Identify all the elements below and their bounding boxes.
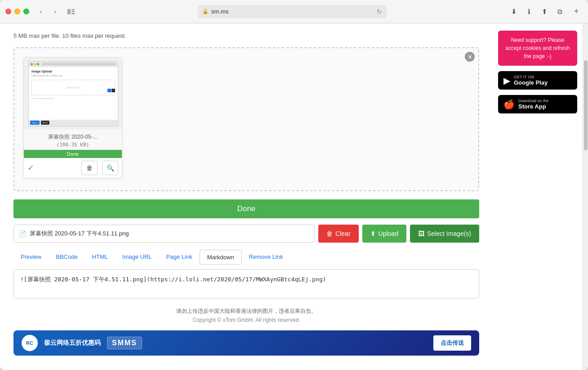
lock-icon: 🔒 — [202, 9, 209, 14]
apple-icon: 🍎 — [503, 99, 515, 110]
add-tab-button[interactable]: + — [570, 5, 583, 18]
delete-button[interactable]: 🗑 — [81, 161, 98, 175]
file-name: 屏幕快照 2020-05-... — [28, 133, 117, 141]
mini-titlebar — [29, 62, 118, 67]
mini-blue-button: Upload — [30, 121, 40, 125]
reload-icon[interactable]: ↻ — [377, 8, 382, 15]
ad-logo: RC — [22, 335, 38, 351]
tab-image-url[interactable]: Image URL — [115, 250, 159, 265]
close-button[interactable] — [5, 9, 11, 14]
nav-buttons: ‹ › — [35, 5, 61, 18]
mini-close-dot — [31, 63, 33, 65]
support-box: Need support? Please accept cookies and … — [498, 31, 577, 66]
mini-min-dot — [34, 63, 36, 65]
file-input-row: 📄 屏幕快照 2020-05-17 下午4.51.11.png 🗑 Clear … — [13, 225, 479, 243]
select-label: Select Image(s) — [427, 230, 471, 237]
google-play-button[interactable]: ▶ GET IT ON Google Play — [498, 71, 577, 90]
titlebar: ‹ › 🔒 sm.ms ↻ ⬇ ℹ ⬆ ⧉ + — [0, 0, 588, 23]
file-card: Image Upload 5 MB max per file. 10 files… — [23, 57, 122, 178]
svg-rect-2 — [71, 11, 75, 12]
app-store-button[interactable]: 🍎 Download on the Store App — [498, 95, 577, 113]
maximize-button[interactable] — [23, 9, 29, 14]
main-area: 5 MB max per file. 10 files max per requ… — [0, 23, 493, 370]
sidebar-toggle-button[interactable] — [65, 5, 77, 18]
file-display-name: 屏幕快照 2020-05-17 下午4.51.11.png — [30, 230, 129, 238]
google-play-text: GET IT ON Google Play — [514, 75, 548, 86]
right-sidebar: Need support? Please accept cookies and … — [493, 23, 583, 370]
browser-window: ‹ › 🔒 sm.ms ↻ ⬇ ℹ ⬆ ⧉ + — [0, 0, 588, 370]
upload-label: Upload — [379, 230, 398, 237]
minimize-button[interactable] — [14, 9, 20, 14]
clear-label: Clear — [335, 230, 350, 237]
address-bar[interactable]: 🔒 sm.ms ↻ — [198, 5, 387, 18]
app-store-large: Store App — [518, 103, 549, 110]
tab-page-link[interactable]: Page Link — [159, 250, 200, 265]
clear-button[interactable]: 🗑 Clear — [318, 225, 358, 243]
traffic-lights — [5, 9, 29, 14]
mini-bottom-bar: Upload Select — [29, 120, 118, 126]
file-document-icon: 📄 — [18, 230, 26, 237]
tab-bbcode[interactable]: BBCode — [49, 250, 85, 265]
app-store-text: Download on the Store App — [518, 99, 549, 110]
forward-button[interactable]: › — [49, 5, 61, 18]
scrollbar-thumb[interactable] — [584, 60, 588, 150]
mini-title: Image Upload — [31, 70, 115, 73]
file-thumbnail: Image Upload 5 MB max per file. 10 files… — [24, 58, 122, 130]
footer-warning: 请勿上传违反中国大陆和香港法律的图片，违者后果自负。 — [13, 307, 479, 315]
link-tabs: Preview BBCode HTML Image URL Page Link … — [13, 250, 479, 265]
ad-banner: RC 极云网络五折优惠码 SMMS 点击传送 — [13, 330, 479, 356]
download-icon-button[interactable]: ⬇ — [507, 5, 521, 18]
mini-max-dot — [37, 63, 39, 65]
address-bar-container: 🔒 sm.ms ↻ — [81, 5, 503, 18]
file-actions: ✓ 🗑 🔍 — [24, 158, 122, 178]
progress-bar: Done — [24, 150, 122, 158]
tab-preview[interactable]: Preview — [13, 250, 49, 265]
file-display: 📄 屏幕快照 2020-05-17 下午4.51.11.png — [13, 225, 315, 243]
scrollbar[interactable] — [583, 23, 588, 370]
ad-code: SMMS — [107, 337, 142, 349]
url-output[interactable] — [13, 269, 479, 298]
mini-dark-button: Select — [41, 121, 49, 125]
file-limit-text: 5 MB max per file. 10 files max per requ… — [13, 32, 479, 39]
back-button[interactable]: ‹ — [35, 5, 47, 18]
trash-icon: 🗑 — [326, 230, 333, 237]
ad-text: 极云网络五折优惠码 — [44, 339, 101, 347]
footer-copyright: Copyright © xTom GmbH. All rights reserv… — [13, 317, 479, 323]
mini-screenshot-preview: Image Upload 5 MB max per file. 10 files… — [28, 61, 118, 126]
file-size: (180.35 KB) — [28, 142, 117, 148]
ad-button[interactable]: 点击传送 — [433, 335, 471, 351]
app-store-small: Download on the — [518, 99, 549, 103]
dropzone-close-button[interactable]: ✕ — [465, 52, 475, 62]
check-icon: ✓ — [27, 163, 34, 173]
svg-rect-1 — [71, 9, 75, 10]
google-play-large: Google Play — [514, 79, 548, 86]
mini-page-content: Image Upload 5 MB max per file. 10 files… — [29, 67, 118, 104]
toolbar-icons: ⬇ ℹ ⬆ ⧉ — [507, 5, 566, 18]
upload-icon: ⬆ — [370, 230, 376, 237]
google-play-icon: ▶ — [503, 75, 510, 86]
share-icon-button[interactable]: ⬆ — [538, 5, 551, 18]
zoom-button[interactable]: 🔍 — [102, 161, 118, 175]
tab-remove-link[interactable]: Remove Link — [242, 250, 290, 265]
upload-button[interactable]: ⬆ Upload — [362, 225, 406, 243]
svg-rect-3 — [71, 13, 75, 14]
image-icon: 🖼 — [418, 230, 424, 237]
done-bar-label: Done — [237, 204, 256, 213]
google-play-small: GET IT ON — [514, 75, 548, 79]
mini-dropzone: Drag & drop here — [31, 80, 115, 95]
select-images-button[interactable]: 🖼 Select Image(s) — [410, 225, 479, 243]
file-info: 屏幕快照 2020-05-... (180.35 KB) — [24, 130, 122, 150]
page-footer: 请勿上传违反中国大陆和香港法律的图片，违者后果自负。 Copyright © x… — [13, 307, 479, 323]
tab-markdown[interactable]: Markdown — [200, 250, 242, 265]
svg-rect-0 — [67, 9, 71, 14]
progress-label: Done — [67, 151, 79, 157]
done-bar: Done — [13, 199, 479, 218]
tab-html[interactable]: HTML — [85, 250, 115, 265]
tabs-icon-button[interactable]: ⧉ — [553, 5, 566, 18]
info-icon-button[interactable]: ℹ — [522, 5, 536, 18]
page-content: 5 MB max per file. 10 files max per requ… — [0, 23, 588, 370]
mini-color-block — [107, 89, 115, 92]
dropzone[interactable]: ✕ Image Upload — [13, 47, 479, 191]
url-text: sm.ms — [211, 8, 228, 15]
mini-subtitle: 5 MB max per file. 10 files max... — [31, 74, 115, 77]
